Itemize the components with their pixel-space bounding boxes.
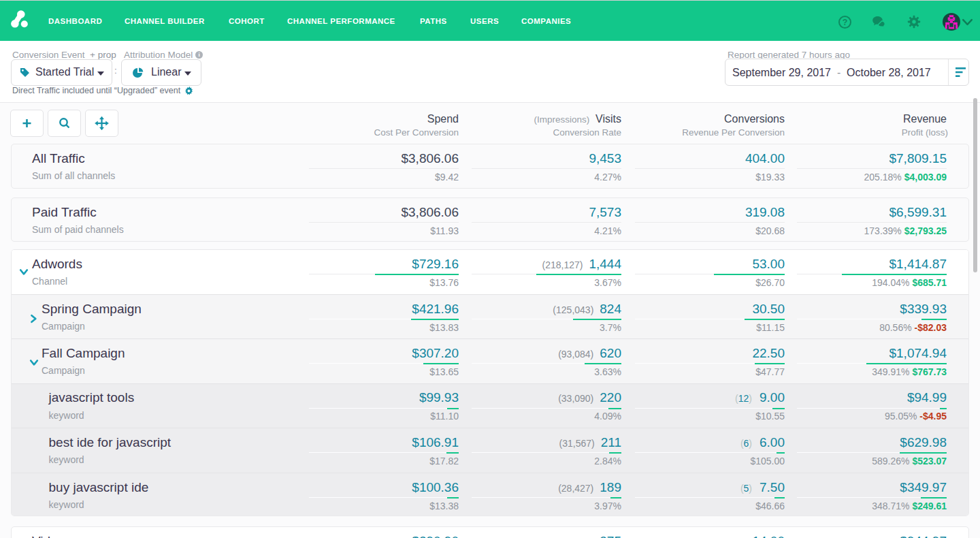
svg-text:?: ? [843, 18, 848, 27]
